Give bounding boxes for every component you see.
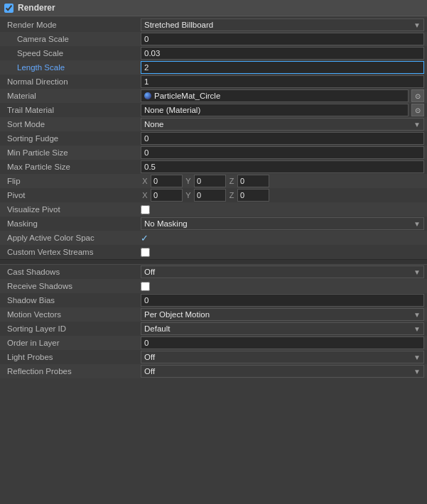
min-particle-size-input[interactable] — [141, 146, 424, 159]
flip-xyz-group: X Y Z — [141, 175, 424, 187]
cast-shadows-label: Cast Shadows — [6, 268, 141, 276]
cast-shadows-value[interactable]: Off ▼ — [141, 265, 424, 278]
motion-vectors-arrow: ▼ — [414, 311, 421, 319]
sort-mode-arrow: ▼ — [414, 121, 421, 128]
custom-vertex-streams-checkbox[interactable] — [141, 248, 150, 257]
shadow-bias-value[interactable] — [141, 294, 424, 307]
trail-material-value[interactable]: None (Material) ⊙ — [141, 104, 424, 116]
render-mode-text: Stretched Billboard — [144, 21, 213, 29]
visualize-pivot-value[interactable] — [141, 205, 424, 214]
order-in-layer-value[interactable] — [141, 336, 424, 349]
sorting-fudge-value[interactable] — [141, 132, 424, 145]
motion-vectors-text: Per Object Motion — [144, 310, 210, 319]
row-pivot: Pivot X Y Z — [0, 188, 427, 202]
max-particle-size-value[interactable] — [141, 160, 424, 173]
row-receive-shadows: Receive Shadows — [0, 279, 427, 293]
row-sorting-layer-id: Sorting Layer ID Default ▼ — [0, 322, 427, 336]
masking-text: No Masking — [144, 219, 188, 228]
shadow-bias-input[interactable] — [141, 294, 424, 307]
camera-scale-input[interactable] — [141, 33, 424, 45]
row-render-mode: Render Mode Stretched Billboard ▼ — [0, 18, 427, 32]
masking-label: Masking — [6, 219, 141, 228]
pivot-x-input[interactable] — [151, 189, 183, 202]
pivot-z-input[interactable] — [237, 189, 269, 202]
speed-scale-value[interactable] — [141, 47, 424, 60]
pivot-y-label: Y — [184, 191, 193, 199]
masking-dropdown[interactable]: No Masking ▼ — [141, 217, 424, 230]
motion-vectors-dropdown[interactable]: Per Object Motion ▼ — [141, 308, 424, 321]
material-label: Material — [6, 92, 141, 100]
row-length-scale: Length Scale — [0, 60, 427, 75]
panel-title: Renderer — [18, 3, 55, 13]
max-particle-size-input[interactable] — [141, 160, 424, 173]
light-probes-dropdown[interactable]: Off ▼ — [141, 351, 424, 363]
row-material: Material ParticleMat_Circle ⊙ — [0, 89, 427, 103]
pivot-x-label: X — [141, 191, 149, 199]
normal-direction-value[interactable] — [141, 75, 424, 88]
min-particle-size-label: Min Particle Size — [6, 148, 141, 157]
length-scale-label: Length Scale — [6, 63, 141, 72]
material-value[interactable]: ParticleMat_Circle ⊙ — [141, 89, 424, 102]
sorting-fudge-input[interactable] — [141, 132, 424, 145]
flip-z-input[interactable] — [237, 175, 269, 187]
normal-direction-label: Normal Direction — [6, 77, 141, 86]
cast-shadows-dropdown[interactable]: Off ▼ — [141, 265, 424, 278]
masking-value[interactable]: No Masking ▼ — [141, 217, 424, 230]
reflection-probes-dropdown[interactable]: Off ▼ — [141, 365, 424, 378]
row-order-in-layer: Order in Layer — [0, 336, 427, 350]
order-in-layer-label: Order in Layer — [6, 339, 141, 347]
receive-shadows-value[interactable] — [141, 282, 424, 291]
trail-material-label: Trail Material — [6, 106, 141, 114]
max-particle-size-label: Max Particle Size — [6, 163, 141, 171]
camera-scale-label: Camera Scale — [6, 35, 141, 43]
render-mode-value[interactable]: Stretched Billboard ▼ — [141, 18, 424, 31]
cast-shadows-text: Off — [144, 268, 155, 276]
length-scale-value[interactable] — [141, 61, 424, 74]
pivot-value[interactable]: X Y Z — [141, 189, 424, 202]
custom-vertex-streams-value[interactable] — [141, 248, 424, 257]
receive-shadows-label: Receive Shadows — [6, 282, 141, 290]
masking-arrow: ▼ — [414, 220, 421, 228]
flip-y-input[interactable] — [194, 175, 226, 187]
camera-scale-value[interactable] — [141, 33, 424, 45]
sort-mode-value[interactable]: None ▼ — [141, 118, 424, 131]
custom-vertex-streams-label: Custom Vertex Streams — [6, 248, 141, 256]
material-pick-button[interactable]: ⊙ — [411, 89, 424, 102]
sorting-layer-id-value[interactable]: Default ▼ — [141, 322, 424, 335]
length-scale-input[interactable] — [141, 61, 424, 74]
pivot-label: Pivot — [6, 191, 141, 199]
row-flip: Flip X Y Z — [0, 174, 427, 188]
material-field[interactable]: ParticleMat_Circle — [141, 89, 409, 102]
panel-enabled-checkbox[interactable] — [4, 4, 13, 13]
flip-x-input[interactable] — [151, 175, 183, 187]
row-speed-scale: Speed Scale — [0, 46, 427, 60]
sorting-layer-id-text: Default — [144, 324, 170, 333]
row-cast-shadows: Cast Shadows Off ▼ — [0, 265, 427, 279]
receive-shadows-checkbox[interactable] — [141, 282, 150, 291]
flip-value[interactable]: X Y Z — [141, 175, 424, 187]
row-sorting-fudge: Sorting Fudge — [0, 131, 427, 146]
divider-1 — [0, 259, 427, 265]
sort-mode-dropdown[interactable]: None ▼ — [141, 118, 424, 131]
trail-material-pick-button[interactable]: ⊙ — [411, 104, 424, 116]
speed-scale-input[interactable] — [141, 47, 424, 60]
min-particle-size-value[interactable] — [141, 146, 424, 159]
visualize-pivot-label: Visualize Pivot — [6, 205, 141, 214]
row-visualize-pivot: Visualize Pivot — [0, 202, 427, 217]
order-in-layer-input[interactable] — [141, 336, 424, 349]
render-mode-dropdown[interactable]: Stretched Billboard ▼ — [141, 18, 424, 31]
row-light-probes: Light Probes Off ▼ — [0, 350, 427, 364]
material-dot — [144, 92, 151, 99]
sorting-layer-id-dropdown[interactable]: Default ▼ — [141, 322, 424, 335]
motion-vectors-value[interactable]: Per Object Motion ▼ — [141, 308, 424, 321]
pivot-y-input[interactable] — [194, 189, 226, 202]
normal-direction-input[interactable] — [141, 75, 424, 88]
apply-active-color-space-value[interactable]: ✓ — [141, 233, 424, 243]
reflection-probes-value[interactable]: Off ▼ — [141, 365, 424, 378]
trail-material-field[interactable]: None (Material) — [141, 104, 409, 116]
visualize-pivot-checkbox[interactable] — [141, 205, 150, 214]
flip-x-label: X — [141, 177, 149, 185]
light-probes-value[interactable]: Off ▼ — [141, 351, 424, 363]
light-probes-text: Off — [144, 353, 155, 361]
row-min-particle-size: Min Particle Size — [0, 146, 427, 160]
